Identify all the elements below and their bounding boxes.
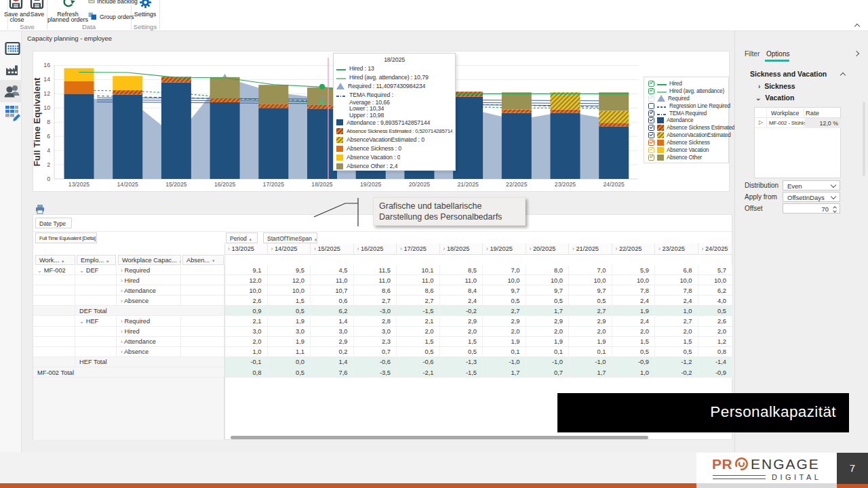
svg-text:15/2025: 15/2025 xyxy=(165,181,187,188)
svg-text:16: 16 xyxy=(43,62,50,68)
svg-text:23/2025: 23/2025 xyxy=(555,181,576,188)
svg-text:14: 14 xyxy=(43,76,50,83)
svg-text:20/2025: 20/2025 xyxy=(409,181,431,188)
svg-text:2: 2 xyxy=(47,161,50,168)
svg-text:21/2025: 21/2025 xyxy=(457,181,479,188)
svg-text:10: 10 xyxy=(43,104,50,111)
svg-text:6: 6 xyxy=(47,133,50,140)
svg-text:4: 4 xyxy=(47,147,50,154)
svg-text:22/2025: 22/2025 xyxy=(506,181,528,188)
svg-text:12: 12 xyxy=(43,90,50,97)
svg-text:16/2025: 16/2025 xyxy=(214,181,236,188)
svg-text:14/2025: 14/2025 xyxy=(117,181,138,188)
svg-text:24/2025: 24/2025 xyxy=(603,181,625,188)
svg-text:0: 0 xyxy=(47,176,50,182)
svg-text:Full Time Equivalent: Full Time Equivalent xyxy=(33,77,42,167)
svg-text:18/2025: 18/2025 xyxy=(311,181,333,188)
svg-text:19/2025: 19/2025 xyxy=(360,181,382,188)
svg-text:13/2025: 13/2025 xyxy=(68,181,90,188)
svg-text:8: 8 xyxy=(47,119,50,125)
svg-text:17/2025: 17/2025 xyxy=(263,181,285,188)
